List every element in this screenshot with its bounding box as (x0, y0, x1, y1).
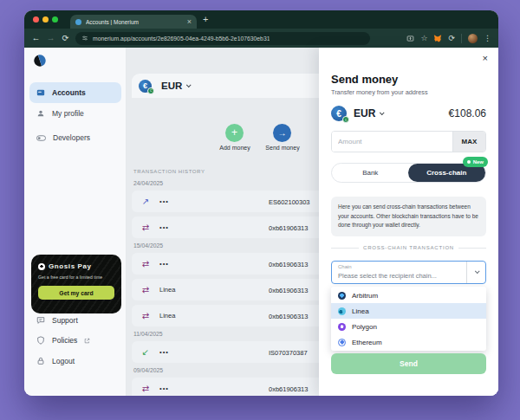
currency-label: EUR (161, 81, 182, 91)
sidebar-item-label: My profile (52, 109, 84, 118)
transfer-type-toggle: Bank Cross-chain (331, 163, 486, 183)
close-icon[interactable]: × (483, 53, 488, 63)
site-settings-icon[interactable] (81, 35, 88, 42)
swap-icon: ⇄ (140, 260, 151, 268)
euro-badge-icon (147, 87, 154, 94)
chat-icon (36, 316, 45, 325)
sidebar-item-accounts[interactable]: Accounts (29, 82, 121, 103)
chain-select-caret[interactable] (466, 262, 485, 283)
bookmark-star-icon[interactable]: ☆ (420, 35, 427, 42)
tx-counterparty: ••• (159, 348, 169, 356)
tx-reference: IS070370387 (269, 348, 308, 356)
browser-tabbar: Accounts | Monerium × + (24, 10, 498, 29)
browser-tab[interactable]: Accounts | Monerium × (70, 15, 197, 29)
browser-menu-icon[interactable]: ⋮ (484, 35, 491, 42)
forward-icon[interactable]: → (46, 34, 55, 42)
polygon-icon (338, 323, 346, 331)
app-sidebar: Accounts My profile Developers Gnosis Pa… (24, 48, 127, 396)
chevron-down-icon (186, 82, 192, 87)
sidebar-item-policies[interactable]: Policies (29, 333, 121, 347)
chain-option-label: Polygon (352, 323, 377, 331)
get-my-card-button[interactable]: Get my card (38, 286, 114, 300)
max-button[interactable]: MAX (452, 132, 485, 152)
lock-icon (36, 357, 45, 365)
browser-window: Accounts | Monerium × + ← → ⟳ monerium.a… (24, 10, 498, 396)
reload-icon[interactable]: ⟳ (61, 34, 70, 42)
chain-select-label: Chain (338, 264, 352, 269)
chain-option-linea[interactable]: Linea (331, 303, 486, 319)
ethereum-icon (338, 339, 346, 346)
accounts-card-icon (36, 88, 45, 97)
tx-counterparty: Linea (159, 312, 175, 320)
arbitrum-icon (338, 292, 346, 300)
sidebar-item-label: Accounts (52, 88, 86, 97)
profile-avatar[interactable] (468, 34, 478, 43)
amount-input[interactable] (332, 132, 452, 152)
swap-icon: ⇄ (140, 312, 151, 320)
tx-counterparty: Linea (159, 286, 175, 294)
sidebar-item-support[interactable]: Support (29, 313, 121, 327)
amount-field: MAX (331, 131, 486, 152)
tx-reference: 0xb61906313 (269, 286, 308, 294)
send-money-button[interactable]: → (273, 124, 291, 142)
panel-currency[interactable]: EUR (354, 107, 375, 120)
sidebar-item-label: Policies (52, 336, 77, 345)
add-money-label: Add money (209, 145, 261, 151)
incoming-icon: ↙ (140, 348, 151, 357)
tx-counterparty: ••• (159, 223, 169, 231)
developers-toggle-icon (36, 135, 46, 141)
metamask-extension-icon[interactable] (433, 34, 442, 42)
new-badge: New (463, 157, 488, 167)
tab-close-icon[interactable]: × (187, 18, 192, 26)
gnosis-owl-icon (38, 263, 45, 270)
chevron-down-icon (474, 268, 479, 274)
chain-option-polygon[interactable]: Polygon (331, 319, 486, 334)
chain-option-ethereum[interactable]: Ethereum (331, 334, 486, 350)
share-icon[interactable] (406, 35, 414, 42)
sidebar-item-label: Developers (53, 133, 90, 142)
gnosis-pay-promo-card: Gnosis Pay Get a free card for a limited… (31, 255, 121, 313)
new-tab-button[interactable]: + (203, 14, 208, 24)
tab-title: Accounts | Monerium (86, 19, 184, 25)
tx-counterparty: ••• (159, 384, 169, 392)
traffic-light-minimize[interactable] (42, 16, 49, 23)
euro-badge-icon (342, 116, 349, 123)
tx-reference: ES602100303 (269, 197, 310, 205)
chain-select[interactable]: Chain Please select the recipient chain.… (331, 261, 486, 284)
send-money-label: Send money (257, 145, 309, 151)
chevron-down-icon[interactable] (380, 110, 385, 115)
sync-icon[interactable]: ⟳ (448, 35, 455, 42)
browser-toolbar: ← → ⟳ monerium.app/accounts/2e826905-04e… (24, 29, 498, 48)
add-money-button[interactable]: + (225, 124, 244, 142)
sidebar-item-label: Logout (52, 357, 75, 365)
send-button[interactable]: Send (331, 353, 486, 374)
traffic-light-maximize[interactable] (52, 16, 58, 23)
chain-option-arbitrum[interactable]: Arbitrum (331, 288, 486, 303)
swap-icon: ⇄ (140, 223, 151, 232)
tx-reference: 0xb61906313 (269, 312, 308, 320)
panel-title: Send money (331, 73, 398, 86)
tx-counterparty: ••• (159, 260, 169, 268)
panel-subtitle: Transfer money from your address (331, 88, 428, 96)
tab-favicon-icon (75, 19, 81, 25)
balance-amount: €108.06 (449, 107, 486, 120)
send-money-panel: × Send money Transfer money from your ad… (319, 48, 498, 396)
linea-icon (338, 307, 346, 315)
address-bar[interactable]: monerium.app/accounts/2e826905-04ea-4249… (75, 32, 370, 45)
swap-icon: ⇄ (140, 286, 151, 294)
tab-bank[interactable]: Bank (332, 164, 409, 182)
arrow-right-icon: → (278, 128, 287, 138)
url-text: monerium.app/accounts/2e826905-04ea-4249… (93, 36, 270, 42)
tx-reference: 0xb61906313 (269, 223, 308, 231)
sidebar-item-my-profile[interactable]: My profile (29, 103, 121, 124)
toolbar-actions: ☆ ⟳ ⋮ (406, 34, 491, 43)
chain-dropdown: Arbitrum Linea Polygon Ethereum (331, 287, 486, 351)
back-icon[interactable]: ← (31, 34, 41, 42)
traffic-light-close[interactable] (33, 16, 39, 23)
profile-icon (36, 109, 45, 118)
euro-coin-icon (139, 80, 152, 93)
tx-reference: 0xb61906313 (269, 384, 308, 392)
shield-icon (36, 336, 45, 345)
sidebar-item-logout[interactable]: Logout (29, 354, 121, 368)
sidebar-item-developers[interactable]: Developers (29, 127, 121, 148)
